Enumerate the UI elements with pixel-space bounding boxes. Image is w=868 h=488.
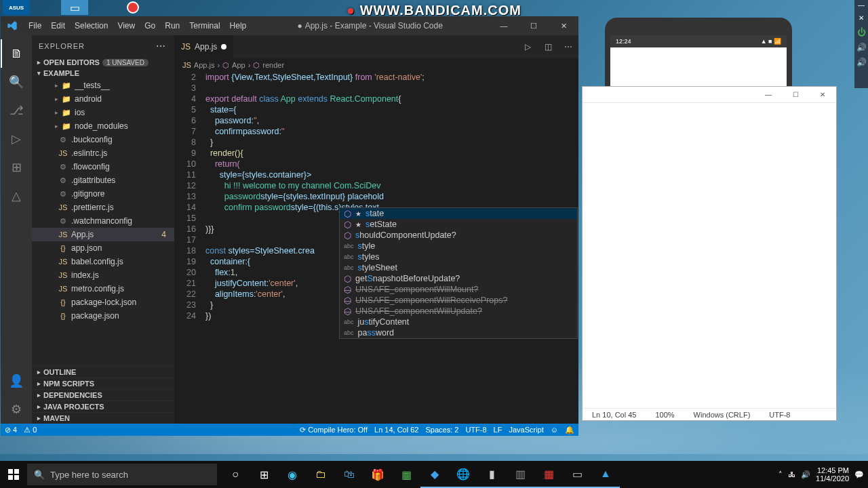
tree-item[interactable]: ⚙.gitignore xyxy=(32,187,174,201)
tree-item[interactable]: ⚙.buckconfig xyxy=(32,133,174,146)
intellisense-item[interactable]: abcpassword xyxy=(340,327,577,338)
app-icon[interactable]: ▦ xyxy=(534,461,563,488)
tree-item[interactable]: ▸📁android xyxy=(32,92,174,106)
strip-min-icon[interactable]: — xyxy=(858,1,865,9)
intellisense-popup[interactable]: ⬡★state⬡★setState⬡shouldComponentUpdate?… xyxy=(339,207,578,339)
taskview-icon[interactable]: ⊞ xyxy=(250,461,278,488)
tree-item[interactable]: {}app.json xyxy=(32,241,174,255)
section-npm-scripts[interactable]: ▸NPM SCRIPTS xyxy=(32,378,174,389)
vscode-menubar[interactable]: FileEditSelectionViewGoRunTerminalHelp xyxy=(24,16,251,35)
maximize-icon[interactable]: ☐ xyxy=(519,16,549,35)
extensions-icon[interactable]: ⊞ xyxy=(1,153,32,182)
edge-icon[interactable]: ◉ xyxy=(278,461,307,488)
settings-icon[interactable]: ⚙ xyxy=(1,395,32,424)
app-icon[interactable]: ▦ xyxy=(392,461,420,488)
intellisense-item[interactable]: abcjustifyContent xyxy=(340,317,577,327)
menu-help[interactable]: Help xyxy=(225,16,252,35)
close-icon[interactable]: ✕ xyxy=(549,16,578,35)
tree-item[interactable]: {}package-lock.json xyxy=(32,296,174,309)
system-tray[interactable]: ˄ 🖧 🔊 12:45 PM11/4/2020 💬 xyxy=(778,466,868,483)
app-icon[interactable]: 🎁 xyxy=(363,461,392,488)
tree-item[interactable]: {}package.json xyxy=(32,309,174,323)
status-bell-icon[interactable]: 🔔 xyxy=(565,426,574,434)
explorer-icon[interactable]: 🗀 xyxy=(307,461,335,488)
tree-item[interactable]: ⚙.flowconfig xyxy=(32,160,174,174)
intellisense-item[interactable]: ⬡★state xyxy=(340,208,577,219)
tree-item[interactable]: JSmetro.config.js xyxy=(32,282,174,296)
status-spaces[interactable]: Spaces: 2 xyxy=(425,426,458,434)
intellisense-item[interactable]: ⬡★setState xyxy=(340,219,577,230)
tree-item[interactable]: JS.eslintrc.js xyxy=(32,146,174,160)
tray-network-icon[interactable]: 🖧 xyxy=(788,470,795,479)
app-icon[interactable]: ▥ xyxy=(506,461,534,488)
status-warnings[interactable]: ⚠ 0 xyxy=(24,426,37,434)
taskbar-search[interactable]: 🔍 Type here to search xyxy=(27,464,217,485)
menu-view[interactable]: View xyxy=(113,16,140,35)
tree-item[interactable]: ▸📁node_modules xyxy=(32,119,174,133)
cmd-icon[interactable]: ▮ xyxy=(477,461,506,488)
intellisense-item[interactable]: abcstyle xyxy=(340,241,577,251)
desktop-icon-app[interactable]: ▭ xyxy=(61,0,88,15)
section-maven[interactable]: ▸MAVEN xyxy=(32,412,174,424)
start-button[interactable] xyxy=(0,461,27,488)
menu-terminal[interactable]: Terminal xyxy=(184,16,224,35)
intellisense-item[interactable]: ⬡UNSAFE_componentWillReceiveProps? xyxy=(340,295,577,306)
intellisense-item[interactable]: abcstyles xyxy=(340,251,577,262)
menu-go[interactable]: Go xyxy=(140,16,160,35)
menu-selection[interactable]: Selection xyxy=(70,16,113,35)
tree-item[interactable]: JS.prettierrc.js xyxy=(32,201,174,214)
menu-file[interactable]: File xyxy=(24,16,46,35)
open-editors-section[interactable]: ▸OPEN EDITORS 1 UNSAVED xyxy=(32,57,174,68)
section-java-projects[interactable]: ▸JAVA PROJECTS xyxy=(32,401,174,412)
section-dependencies[interactable]: ▸DEPENDENCIES xyxy=(32,389,174,401)
intellisense-item[interactable]: ⬡UNSAFE_componentWillMount? xyxy=(340,284,577,295)
app-icon[interactable]: ▲ xyxy=(591,461,620,488)
status-compile[interactable]: ⟳ Compile Hero: Off xyxy=(300,426,368,434)
intellisense-item[interactable]: ⬡getSnapshotBeforeUpdate? xyxy=(340,273,577,284)
strip-volume-icon[interactable]: 🔊 xyxy=(856,58,867,67)
win-max-icon[interactable]: ☐ xyxy=(782,87,809,102)
strip-close-icon[interactable]: ✕ xyxy=(859,14,864,22)
win-min-icon[interactable]: — xyxy=(755,87,782,102)
win-close-icon[interactable]: ✕ xyxy=(809,87,836,102)
vscode-taskbar-icon[interactable]: ◆ xyxy=(420,461,449,488)
explorer-icon[interactable]: 🗎 xyxy=(1,39,32,68)
run-debug-icon[interactable]: ▷ xyxy=(1,125,32,153)
strip-power-icon[interactable]: ⏻ xyxy=(857,27,866,37)
status-eol[interactable]: LF xyxy=(494,426,502,434)
intellisense-item[interactable]: abcstyleSheet xyxy=(340,262,577,273)
minimize-icon[interactable]: — xyxy=(489,16,519,35)
tree-item[interactable]: ⚙.watchmanconfig xyxy=(32,214,174,228)
intellisense-item[interactable]: ⬡UNSAFE_componentWillUpdate? xyxy=(340,306,577,317)
section-outline[interactable]: ▸OUTLINE xyxy=(32,366,174,378)
search-icon[interactable]: 🔍 xyxy=(1,68,32,96)
store-icon[interactable]: 🛍 xyxy=(335,461,363,488)
tree-item[interactable]: ▸📁__tests__ xyxy=(32,79,174,92)
status-ln-col[interactable]: Ln 14, Col 62 xyxy=(374,426,418,434)
breadcrumb[interactable]: JSApp.js › ⬡ App › ⬡ render xyxy=(174,58,578,72)
split-editor-icon[interactable]: ◫ xyxy=(538,35,558,58)
tree-item[interactable]: JSbabel.config.js xyxy=(32,255,174,268)
status-errors[interactable]: ⊘ 4 xyxy=(5,426,17,434)
menu-run[interactable]: Run xyxy=(160,16,184,35)
tree-item[interactable]: JSindex.js xyxy=(32,268,174,282)
app-icon[interactable]: ▭ xyxy=(563,461,591,488)
project-section[interactable]: ▾EXAMPLE xyxy=(32,68,174,79)
tray-volume-icon[interactable]: 🔊 xyxy=(801,470,810,479)
source-control-icon[interactable]: ⎇ xyxy=(1,96,32,125)
menu-edit[interactable]: Edit xyxy=(46,16,70,35)
explorer-more-icon[interactable]: ⋯ xyxy=(156,41,167,52)
tree-item[interactable]: JSApp.js4 xyxy=(32,228,174,241)
tree-item[interactable]: ⚙.gitattributes xyxy=(32,174,174,187)
run-icon[interactable]: ▷ xyxy=(517,35,538,58)
chrome-icon[interactable]: 🌐 xyxy=(449,461,477,488)
status-encoding[interactable]: UTF-8 xyxy=(465,426,486,434)
tab-more-icon[interactable]: ⋯ xyxy=(558,35,578,58)
testing-icon[interactable]: △ xyxy=(1,182,32,210)
tray-notifications-icon[interactable]: 💬 xyxy=(854,470,864,479)
strip-volume-icon[interactable]: 🔊 xyxy=(856,43,867,52)
status-language[interactable]: JavaScript xyxy=(509,426,543,434)
intellisense-item[interactable]: ⬡shouldComponentUpdate? xyxy=(340,230,577,241)
tray-clock[interactable]: 12:45 PM11/4/2020 xyxy=(816,466,849,483)
tree-item[interactable]: ▸📁ios xyxy=(32,106,174,119)
